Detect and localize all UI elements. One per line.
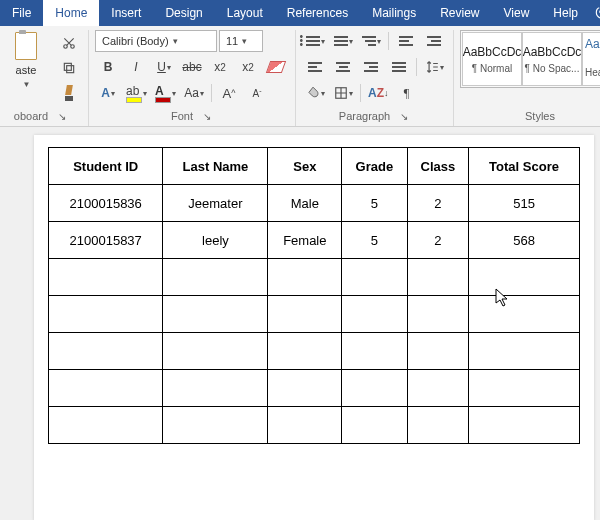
align-right-button[interactable]	[358, 56, 384, 78]
table-header-row[interactable]: Student ID Last Name Sex Grade Class Tot…	[49, 148, 580, 185]
tab-review[interactable]: Review	[428, 0, 491, 26]
table-cell[interactable]	[469, 296, 580, 333]
table-cell[interactable]: 2100015837	[49, 222, 163, 259]
table-cell[interactable]: leely	[163, 222, 268, 259]
table-cell[interactable]	[342, 296, 408, 333]
tab-help[interactable]: Help	[541, 0, 590, 26]
underline-button[interactable]: U▾	[151, 56, 177, 78]
italic-button[interactable]: I	[123, 56, 149, 78]
line-spacing-button[interactable]: ▾	[421, 56, 447, 78]
tell-me-icon[interactable]	[594, 0, 600, 26]
table-cell[interactable]	[342, 370, 408, 407]
table-cell[interactable]: Female	[268, 222, 342, 259]
table-cell[interactable]	[407, 407, 468, 444]
table-cell[interactable]	[163, 259, 268, 296]
table-cell[interactable]	[49, 296, 163, 333]
change-case-button[interactable]: Aa▾	[181, 82, 207, 104]
table-cell[interactable]: Jeemater	[163, 185, 268, 222]
table-row[interactable]: 2100015836JeematerMale52515	[49, 185, 580, 222]
align-center-button[interactable]	[330, 56, 356, 78]
table-cell[interactable]: Male	[268, 185, 342, 222]
table-cell[interactable]	[407, 296, 468, 333]
table-cell[interactable]	[469, 407, 580, 444]
table-cell[interactable]	[407, 370, 468, 407]
align-left-button[interactable]	[302, 56, 328, 78]
table-cell[interactable]	[469, 370, 580, 407]
table-cell[interactable]	[268, 259, 342, 296]
font-color-button[interactable]: A ▾	[152, 82, 179, 104]
cut-button[interactable]	[56, 32, 82, 54]
table-row[interactable]	[49, 370, 580, 407]
table-cell[interactable]	[469, 259, 580, 296]
paragraph-dialog-launcher[interactable]: ↘	[398, 111, 410, 122]
borders-button[interactable]: ▾	[330, 82, 356, 104]
tab-view[interactable]: View	[492, 0, 542, 26]
bullets-button[interactable]: ▾	[302, 30, 328, 52]
sort-button[interactable]: AZ↓	[365, 82, 392, 104]
tab-references[interactable]: References	[275, 0, 360, 26]
style-normal[interactable]: AaBbCcDc ¶ Normal	[462, 32, 522, 86]
paste-icon[interactable]	[15, 32, 37, 60]
table-cell[interactable]	[469, 333, 580, 370]
table-row[interactable]: 2100015837leelyFemale52568	[49, 222, 580, 259]
table-cell[interactable]	[342, 407, 408, 444]
font-name-combo[interactable]: Calibri (Body) ▾	[95, 30, 217, 52]
table-cell[interactable]	[342, 259, 408, 296]
tab-home[interactable]: Home	[43, 0, 99, 26]
table-cell[interactable]: 5	[342, 185, 408, 222]
grow-font-button[interactable]: A^	[216, 82, 242, 104]
table-row[interactable]	[49, 259, 580, 296]
clear-formatting-button[interactable]	[263, 56, 289, 78]
student-table[interactable]: Student ID Last Name Sex Grade Class Tot…	[48, 147, 580, 444]
font-dialog-launcher[interactable]: ↘	[201, 111, 213, 122]
tab-design[interactable]: Design	[153, 0, 214, 26]
style-heading1[interactable]: AaB Head	[582, 32, 600, 86]
table-cell[interactable]	[342, 333, 408, 370]
table-cell[interactable]	[268, 407, 342, 444]
table-header[interactable]: Last Name	[163, 148, 268, 185]
table-cell[interactable]: 5	[342, 222, 408, 259]
superscript-button[interactable]: x2	[235, 56, 261, 78]
table-header[interactable]: Total Score	[469, 148, 580, 185]
table-cell[interactable]	[49, 259, 163, 296]
tab-layout[interactable]: Layout	[215, 0, 275, 26]
table-cell[interactable]	[163, 296, 268, 333]
clipboard-dialog-launcher[interactable]: ↘	[56, 111, 68, 122]
table-cell[interactable]	[407, 259, 468, 296]
table-cell[interactable]: 2100015836	[49, 185, 163, 222]
table-cell[interactable]	[407, 333, 468, 370]
justify-button[interactable]	[386, 56, 412, 78]
tab-insert[interactable]: Insert	[99, 0, 153, 26]
numbering-button[interactable]: ▾	[330, 30, 356, 52]
strikethrough-button[interactable]: abc	[179, 56, 205, 78]
style-no-spacing[interactable]: AaBbCcDc ¶ No Spac...	[522, 32, 582, 86]
text-effects-button[interactable]: A▾	[95, 82, 121, 104]
table-cell[interactable]	[268, 296, 342, 333]
table-header[interactable]: Student ID	[49, 148, 163, 185]
highlight-button[interactable]: ab ▾	[123, 82, 150, 104]
table-cell[interactable]: 2	[407, 185, 468, 222]
table-cell[interactable]	[163, 407, 268, 444]
document-page[interactable]: Student ID Last Name Sex Grade Class Tot…	[34, 135, 594, 520]
tab-file[interactable]: File	[0, 0, 43, 26]
table-cell[interactable]	[268, 333, 342, 370]
shrink-font-button[interactable]: Aˇ	[244, 82, 270, 104]
font-size-combo[interactable]: 11 ▾	[219, 30, 263, 52]
decrease-indent-button[interactable]	[393, 30, 419, 52]
table-row[interactable]	[49, 296, 580, 333]
multilevel-list-button[interactable]: ▾	[358, 30, 384, 52]
table-header[interactable]: Grade	[342, 148, 408, 185]
subscript-button[interactable]: x2	[207, 56, 233, 78]
paste-button[interactable]: aste	[16, 64, 37, 76]
table-header[interactable]: Sex	[268, 148, 342, 185]
table-cell[interactable]	[163, 333, 268, 370]
table-cell[interactable]	[49, 333, 163, 370]
shading-button[interactable]: ▾	[302, 82, 328, 104]
table-cell[interactable]: 568	[469, 222, 580, 259]
styles-gallery[interactable]: AaBbCcDc ¶ Normal AaBbCcDc ¶ No Spac... …	[460, 30, 600, 88]
format-painter-button[interactable]	[56, 82, 82, 104]
table-cell[interactable]: 515	[469, 185, 580, 222]
table-cell[interactable]	[49, 407, 163, 444]
table-cell[interactable]	[268, 370, 342, 407]
table-header[interactable]: Class	[407, 148, 468, 185]
